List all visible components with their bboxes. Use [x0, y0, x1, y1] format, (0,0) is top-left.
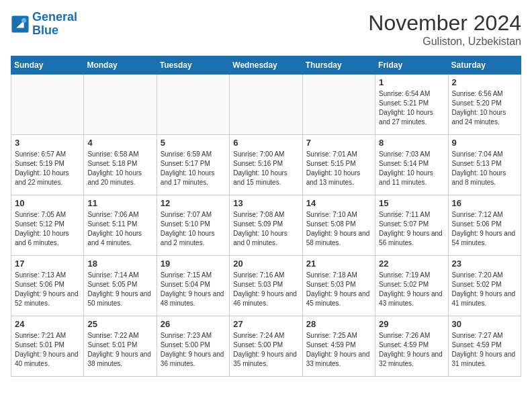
day-info: Sunrise: 7:07 AM Sunset: 5:10 PM Dayligh…: [161, 210, 226, 248]
day-number: 24: [15, 319, 80, 329]
day-number: 21: [306, 259, 371, 269]
day-number: 5: [161, 138, 226, 148]
calendar-cell: 15Sunrise: 7:11 AM Sunset: 5:07 PM Dayli…: [375, 195, 448, 256]
calendar-cell: 21Sunrise: 7:18 AM Sunset: 5:03 PM Dayli…: [302, 256, 375, 316]
day-info: Sunrise: 7:08 AM Sunset: 5:09 PM Dayligh…: [233, 210, 298, 248]
day-header-monday: Monday: [84, 56, 157, 75]
calendar-cell: 25Sunrise: 7:22 AM Sunset: 5:01 PM Dayli…: [84, 316, 157, 377]
calendar-header-row: SundayMondayTuesdayWednesdayThursdayFrid…: [11, 56, 521, 75]
day-info: Sunrise: 6:59 AM Sunset: 5:17 PM Dayligh…: [161, 150, 226, 187]
svg-point-2: [21, 18, 26, 23]
calendar-cell: 28Sunrise: 7:25 AM Sunset: 4:59 PM Dayli…: [302, 316, 375, 377]
day-header-thursday: Thursday: [302, 56, 375, 75]
day-info: Sunrise: 7:15 AM Sunset: 5:04 PM Dayligh…: [161, 271, 226, 308]
calendar-cell: 6Sunrise: 7:00 AM Sunset: 5:16 PM Daylig…: [230, 135, 302, 195]
day-info: Sunrise: 7:19 AM Sunset: 5:02 PM Dayligh…: [379, 271, 444, 308]
day-number: 13: [233, 198, 298, 208]
calendar-cell: [230, 75, 302, 135]
day-info: Sunrise: 7:13 AM Sunset: 5:06 PM Dayligh…: [15, 271, 80, 308]
calendar-cell: 20Sunrise: 7:16 AM Sunset: 5:03 PM Dayli…: [230, 256, 302, 316]
calendar-table: SundayMondayTuesdayWednesdayThursdayFrid…: [11, 56, 521, 377]
calendar-cell: 1Sunrise: 6:54 AM Sunset: 5:21 PM Daylig…: [375, 75, 448, 135]
calendar-cell: [84, 75, 157, 135]
calendar-cell: 17Sunrise: 7:13 AM Sunset: 5:06 PM Dayli…: [11, 256, 84, 316]
day-info: Sunrise: 6:57 AM Sunset: 5:19 PM Dayligh…: [15, 150, 80, 187]
day-info: Sunrise: 7:16 AM Sunset: 5:03 PM Dayligh…: [233, 271, 298, 308]
calendar-cell: 27Sunrise: 7:24 AM Sunset: 5:00 PM Dayli…: [230, 316, 302, 377]
day-number: 20: [233, 259, 298, 269]
day-number: 7: [306, 138, 371, 148]
day-number: 23: [452, 259, 517, 269]
calendar-week-row: 1Sunrise: 6:54 AM Sunset: 5:21 PM Daylig…: [11, 75, 521, 135]
calendar-week-row: 24Sunrise: 7:21 AM Sunset: 5:01 PM Dayli…: [11, 316, 521, 377]
calendar-cell: 12Sunrise: 7:07 AM Sunset: 5:10 PM Dayli…: [157, 195, 229, 256]
title-block: November 2024 Guliston, Uzbekistan: [368, 11, 521, 48]
day-info: Sunrise: 7:14 AM Sunset: 5:05 PM Dayligh…: [87, 271, 152, 308]
day-number: 15: [379, 198, 444, 208]
day-number: 6: [233, 138, 298, 148]
calendar-cell: 16Sunrise: 7:12 AM Sunset: 5:06 PM Dayli…: [448, 195, 521, 256]
day-number: 29: [379, 319, 444, 329]
calendar-cell: 4Sunrise: 6:58 AM Sunset: 5:18 PM Daylig…: [84, 135, 157, 195]
page-header: General Blue November 2024 Guliston, Uzb…: [11, 11, 521, 48]
calendar-cell: 19Sunrise: 7:15 AM Sunset: 5:04 PM Dayli…: [157, 256, 229, 316]
day-info: Sunrise: 7:11 AM Sunset: 5:07 PM Dayligh…: [379, 210, 444, 248]
day-number: 22: [379, 259, 444, 269]
calendar-cell: 14Sunrise: 7:10 AM Sunset: 5:08 PM Dayli…: [302, 195, 375, 256]
calendar-cell: 2Sunrise: 6:56 AM Sunset: 5:20 PM Daylig…: [448, 75, 521, 135]
day-info: Sunrise: 7:25 AM Sunset: 4:59 PM Dayligh…: [306, 331, 371, 369]
day-number: 10: [15, 198, 80, 208]
day-info: Sunrise: 7:22 AM Sunset: 5:01 PM Dayligh…: [87, 331, 152, 369]
logo-line2: Blue: [32, 24, 58, 37]
day-info: Sunrise: 7:20 AM Sunset: 5:02 PM Dayligh…: [452, 271, 517, 308]
day-header-sunday: Sunday: [11, 56, 84, 75]
day-number: 16: [452, 198, 517, 208]
day-header-friday: Friday: [375, 56, 448, 75]
calendar-week-row: 3Sunrise: 6:57 AM Sunset: 5:19 PM Daylig…: [11, 135, 521, 195]
day-info: Sunrise: 7:21 AM Sunset: 5:01 PM Dayligh…: [15, 331, 80, 369]
day-number: 30: [452, 319, 517, 329]
logo: General Blue: [11, 11, 77, 38]
day-info: Sunrise: 7:10 AM Sunset: 5:08 PM Dayligh…: [306, 210, 371, 248]
day-number: 26: [161, 319, 226, 329]
day-info: Sunrise: 7:24 AM Sunset: 5:00 PM Dayligh…: [233, 331, 298, 369]
calendar-cell: 26Sunrise: 7:23 AM Sunset: 5:00 PM Dayli…: [157, 316, 229, 377]
calendar-cell: [302, 75, 375, 135]
day-info: Sunrise: 6:54 AM Sunset: 5:21 PM Dayligh…: [379, 89, 444, 127]
day-info: Sunrise: 7:27 AM Sunset: 4:59 PM Dayligh…: [452, 331, 517, 369]
day-number: 3: [15, 138, 80, 148]
calendar-cell: 22Sunrise: 7:19 AM Sunset: 5:02 PM Dayli…: [375, 256, 448, 316]
calendar-cell: 5Sunrise: 6:59 AM Sunset: 5:17 PM Daylig…: [157, 135, 229, 195]
day-header-wednesday: Wednesday: [230, 56, 302, 75]
day-number: 9: [452, 138, 517, 148]
calendar-week-row: 17Sunrise: 7:13 AM Sunset: 5:06 PM Dayli…: [11, 256, 521, 316]
calendar-cell: [11, 75, 84, 135]
calendar-cell: 30Sunrise: 7:27 AM Sunset: 4:59 PM Dayli…: [448, 316, 521, 377]
day-info: Sunrise: 7:23 AM Sunset: 5:00 PM Dayligh…: [161, 331, 226, 369]
day-info: Sunrise: 7:12 AM Sunset: 5:06 PM Dayligh…: [452, 210, 517, 248]
day-number: 17: [15, 259, 80, 269]
day-number: 4: [87, 138, 152, 148]
day-number: 11: [87, 198, 152, 208]
calendar-cell: 13Sunrise: 7:08 AM Sunset: 5:09 PM Dayli…: [230, 195, 302, 256]
month-title: November 2024: [368, 11, 521, 36]
day-number: 2: [452, 77, 517, 87]
day-number: 28: [306, 319, 371, 329]
location: Guliston, Uzbekistan: [368, 36, 521, 48]
day-number: 1: [379, 77, 444, 87]
logo-line1: General: [32, 10, 77, 24]
day-number: 27: [233, 319, 298, 329]
calendar-cell: [157, 75, 229, 135]
day-header-tuesday: Tuesday: [157, 56, 229, 75]
day-info: Sunrise: 6:56 AM Sunset: 5:20 PM Dayligh…: [452, 89, 517, 127]
day-info: Sunrise: 7:26 AM Sunset: 4:59 PM Dayligh…: [379, 331, 444, 369]
day-info: Sunrise: 7:01 AM Sunset: 5:15 PM Dayligh…: [306, 150, 371, 187]
calendar-cell: 23Sunrise: 7:20 AM Sunset: 5:02 PM Dayli…: [448, 256, 521, 316]
day-info: Sunrise: 7:03 AM Sunset: 5:14 PM Dayligh…: [379, 150, 444, 187]
day-number: 18: [87, 259, 152, 269]
calendar-cell: 8Sunrise: 7:03 AM Sunset: 5:14 PM Daylig…: [375, 135, 448, 195]
calendar-cell: 10Sunrise: 7:05 AM Sunset: 5:12 PM Dayli…: [11, 195, 84, 256]
calendar-cell: 7Sunrise: 7:01 AM Sunset: 5:15 PM Daylig…: [302, 135, 375, 195]
logo-icon: [11, 15, 30, 34]
day-info: Sunrise: 7:18 AM Sunset: 5:03 PM Dayligh…: [306, 271, 371, 308]
